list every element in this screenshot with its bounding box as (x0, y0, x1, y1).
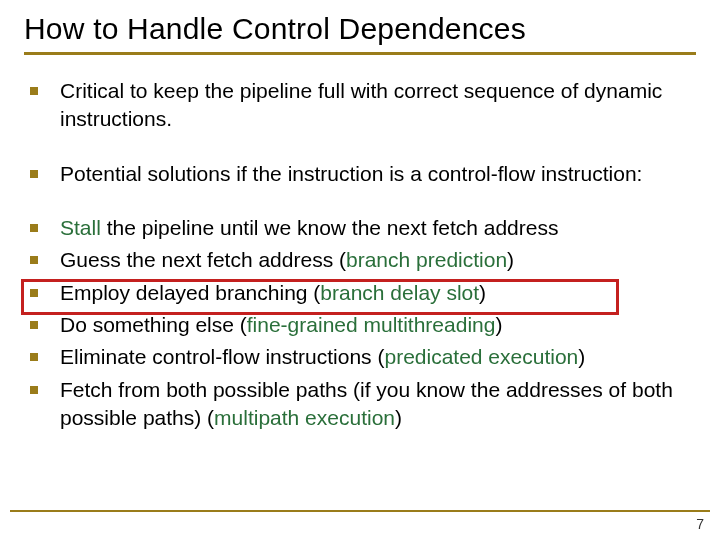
square-bullet-icon (30, 87, 38, 95)
bullet-text: Employ delayed branching (branch delay s… (60, 279, 486, 307)
bullet-text-post: ) (479, 281, 486, 304)
bullet-text-post: ) (395, 406, 402, 429)
bullet-text-post: ) (578, 345, 585, 368)
bullet-text: Stall the pipeline until we know the nex… (60, 214, 558, 242)
bullet-text: Critical to keep the pipeline full with … (60, 77, 696, 134)
title-underline (24, 52, 696, 55)
bullet-item: Employ delayed branching (branch delay s… (30, 279, 696, 307)
square-bullet-icon (30, 386, 38, 394)
square-bullet-icon (30, 224, 38, 232)
accent-text: multipath execution (214, 406, 395, 429)
bullet-text: Do something else (fine-grained multithr… (60, 311, 502, 339)
bullet-text: Potential solutions if the instruction i… (60, 160, 642, 188)
accent-text: branch delay slot (320, 281, 479, 304)
content-area: Critical to keep the pipeline full with … (24, 77, 696, 432)
square-bullet-icon (30, 289, 38, 297)
bullet-item: Do something else (fine-grained multithr… (30, 311, 696, 339)
bullet-text-pre: Employ delayed branching ( (60, 281, 320, 304)
bullet-item: Stall the pipeline until we know the nex… (30, 214, 696, 242)
bullet-text-post: ) (507, 248, 514, 271)
bullet-text-pre: Eliminate control-flow instructions ( (60, 345, 384, 368)
square-bullet-icon (30, 353, 38, 361)
square-bullet-icon (30, 256, 38, 264)
bullet-item: Fetch from both possible paths (if you k… (30, 376, 696, 433)
accent-text: Stall (60, 216, 101, 239)
bullet-item: Potential solutions if the instruction i… (30, 160, 696, 188)
footer-underline (10, 510, 710, 512)
page-number: 7 (696, 516, 704, 532)
bullet-text-pre: Do something else ( (60, 313, 247, 336)
bullet-item: Critical to keep the pipeline full with … (30, 77, 696, 134)
accent-text: predicated execution (384, 345, 578, 368)
slide-title: How to Handle Control Dependences (24, 12, 696, 46)
bullet-text: Eliminate control-flow instructions (pre… (60, 343, 585, 371)
bullet-text-post: ) (495, 313, 502, 336)
accent-text: fine-grained multithreading (247, 313, 496, 336)
bullet-item: Eliminate control-flow instructions (pre… (30, 343, 696, 371)
bullet-text-rest: the pipeline until we know the next fetc… (101, 216, 559, 239)
bullet-text-pre: Guess the next fetch address ( (60, 248, 346, 271)
bullet-text: Fetch from both possible paths (if you k… (60, 376, 696, 433)
bullet-text: Guess the next fetch address (branch pre… (60, 246, 514, 274)
square-bullet-icon (30, 321, 38, 329)
slide: How to Handle Control Dependences Critic… (0, 0, 720, 540)
accent-text: branch prediction (346, 248, 507, 271)
square-bullet-icon (30, 170, 38, 178)
bullet-item: Guess the next fetch address (branch pre… (30, 246, 696, 274)
